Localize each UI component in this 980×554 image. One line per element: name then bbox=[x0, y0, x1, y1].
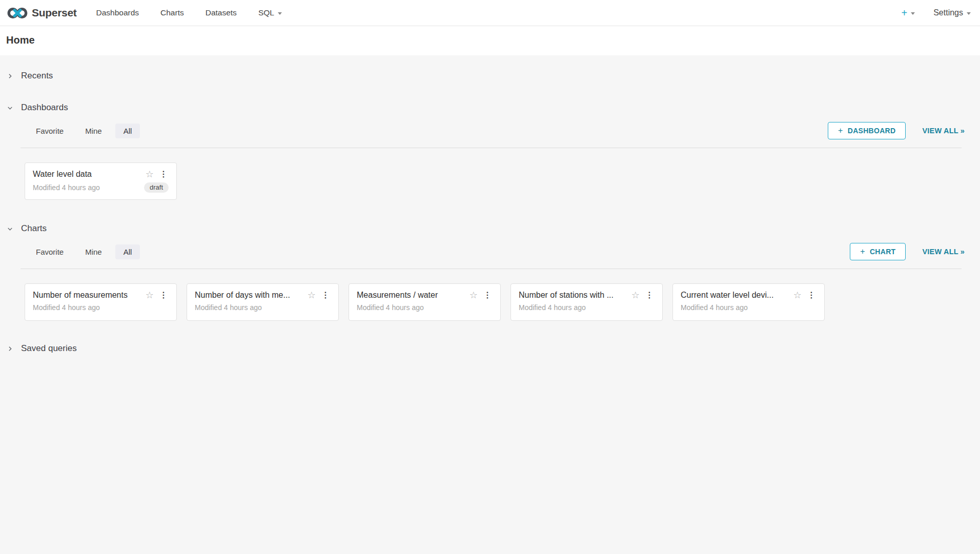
tab-all[interactable]: All bbox=[115, 124, 140, 138]
top-navbar: Superset Dashboards Charts Datasets SQL … bbox=[0, 0, 980, 26]
plus-icon: + bbox=[902, 8, 908, 18]
chart-card[interactable]: Number of measurements ☆ ⋮ Modified 4 ho… bbox=[25, 283, 177, 321]
add-dashboard-label: DASHBOARD bbox=[848, 127, 896, 135]
section-title-dashboards: Dashboards bbox=[21, 102, 68, 113]
new-item-menu[interactable]: + bbox=[902, 8, 915, 18]
chart-card-title[interactable]: Number of stations with ... bbox=[519, 291, 627, 300]
tab-all[interactable]: All bbox=[115, 244, 140, 259]
superset-logo[interactable]: Superset bbox=[7, 6, 76, 20]
dashboards-subheader: Favorite Mine All + DASHBOARD VIEW ALL » bbox=[21, 122, 965, 139]
chevron-right-icon bbox=[7, 73, 13, 79]
favorite-star-icon[interactable]: ☆ bbox=[469, 291, 478, 300]
chart-card[interactable]: Measurements / water ☆ ⋮ Modified 4 hour… bbox=[349, 283, 501, 321]
section-toggle-dashboards[interactable]: Dashboards bbox=[0, 102, 980, 113]
chevron-down-icon bbox=[7, 225, 13, 232]
section-toggle-saved-queries[interactable]: Saved queries bbox=[0, 343, 980, 354]
favorite-star-icon[interactable]: ☆ bbox=[631, 291, 640, 300]
modified-timestamp: Modified 4 hours ago bbox=[681, 303, 816, 312]
chevron-down-icon bbox=[911, 12, 915, 15]
dashboards-card-row: Water level data ☆ ⋮ Modified 4 hours ag… bbox=[0, 148, 980, 200]
favorite-star-icon[interactable]: ☆ bbox=[793, 291, 802, 300]
charts-card-row: Number of measurements ☆ ⋮ Modified 4 ho… bbox=[0, 269, 980, 321]
dashboards-actions: + DASHBOARD VIEW ALL » bbox=[828, 122, 965, 139]
chart-card[interactable]: Number of stations with ... ☆ ⋮ Modified… bbox=[511, 283, 663, 321]
nav-item-datasets[interactable]: Datasets bbox=[206, 8, 237, 17]
charts-view-all-link[interactable]: VIEW ALL » bbox=[922, 248, 965, 256]
modified-timestamp: Modified 4 hours ago bbox=[357, 303, 493, 312]
page-title: Home bbox=[6, 34, 972, 46]
favorite-star-icon[interactable]: ☆ bbox=[146, 291, 154, 300]
tab-mine[interactable]: Mine bbox=[77, 244, 110, 259]
tab-mine[interactable]: Mine bbox=[77, 124, 110, 138]
modified-timestamp: Modified 4 hours ago bbox=[195, 303, 331, 312]
add-chart-label: CHART bbox=[870, 248, 896, 256]
chart-card-title[interactable]: Number of measurements bbox=[33, 291, 141, 300]
chevron-right-icon bbox=[7, 345, 13, 352]
dashboards-filter-tabs: Favorite Mine All bbox=[28, 124, 140, 138]
chart-card-title[interactable]: Current water level devi... bbox=[681, 291, 789, 300]
section-title-recents: Recents bbox=[21, 71, 53, 81]
section-toggle-charts[interactable]: Charts bbox=[0, 223, 980, 234]
brand-name: Superset bbox=[32, 7, 76, 19]
charts-filter-tabs: Favorite Mine All bbox=[28, 244, 140, 259]
plus-icon: + bbox=[838, 127, 843, 135]
status-badge: draft bbox=[144, 182, 169, 193]
nav-item-sql[interactable]: SQL bbox=[258, 8, 282, 17]
nav-item-dashboards[interactable]: Dashboards bbox=[96, 8, 139, 17]
chevron-down-icon bbox=[967, 12, 971, 15]
nav-menu: Dashboards Charts Datasets SQL bbox=[96, 8, 281, 17]
modified-timestamp: Modified 4 hours ago bbox=[33, 303, 169, 312]
tab-favorite[interactable]: Favorite bbox=[28, 244, 72, 259]
nav-item-charts[interactable]: Charts bbox=[160, 8, 184, 17]
section-title-charts: Charts bbox=[21, 223, 47, 234]
add-chart-button[interactable]: + CHART bbox=[850, 243, 906, 260]
charts-actions: + CHART VIEW ALL » bbox=[850, 243, 965, 260]
dashboard-card[interactable]: Water level data ☆ ⋮ Modified 4 hours ag… bbox=[25, 162, 177, 200]
dashboards-view-all-link[interactable]: VIEW ALL » bbox=[922, 127, 965, 135]
chart-card-title[interactable]: Number of days with me... bbox=[195, 291, 303, 300]
chart-card[interactable]: Current water level devi... ☆ ⋮ Modified… bbox=[672, 283, 825, 321]
more-actions-icon[interactable]: ⋮ bbox=[644, 291, 655, 299]
chevron-down-icon bbox=[7, 105, 13, 111]
more-actions-icon[interactable]: ⋮ bbox=[158, 291, 169, 299]
more-actions-icon[interactable]: ⋮ bbox=[158, 170, 169, 178]
chevron-down-icon bbox=[278, 12, 282, 15]
favorite-star-icon[interactable]: ☆ bbox=[146, 170, 154, 179]
favorite-star-icon[interactable]: ☆ bbox=[308, 291, 316, 300]
modified-timestamp: Modified 4 hours ago bbox=[33, 183, 144, 192]
add-dashboard-button[interactable]: + DASHBOARD bbox=[828, 122, 906, 139]
section-toggle-recents[interactable]: Recents bbox=[0, 71, 980, 81]
modified-timestamp: Modified 4 hours ago bbox=[519, 303, 655, 312]
chart-card-title[interactable]: Measurements / water bbox=[357, 291, 465, 300]
tab-favorite[interactable]: Favorite bbox=[28, 124, 72, 138]
dashboard-card-title[interactable]: Water level data bbox=[33, 170, 141, 179]
section-title-saved-queries: Saved queries bbox=[21, 343, 77, 354]
chart-card[interactable]: Number of days with me... ☆ ⋮ Modified 4… bbox=[187, 283, 339, 321]
more-actions-icon[interactable]: ⋮ bbox=[320, 291, 331, 299]
more-actions-icon[interactable]: ⋮ bbox=[482, 291, 493, 299]
navbar-right: + Settings bbox=[902, 8, 971, 18]
page-header: Home bbox=[0, 26, 980, 55]
superset-infinity-icon bbox=[7, 6, 28, 20]
charts-subheader: Favorite Mine All + CHART VIEW ALL » bbox=[21, 243, 965, 260]
nav-item-sql-label: SQL bbox=[258, 8, 274, 17]
settings-menu[interactable]: Settings bbox=[933, 8, 971, 17]
plus-icon: + bbox=[860, 248, 865, 256]
more-actions-icon[interactable]: ⋮ bbox=[806, 291, 816, 299]
settings-label: Settings bbox=[933, 8, 963, 17]
